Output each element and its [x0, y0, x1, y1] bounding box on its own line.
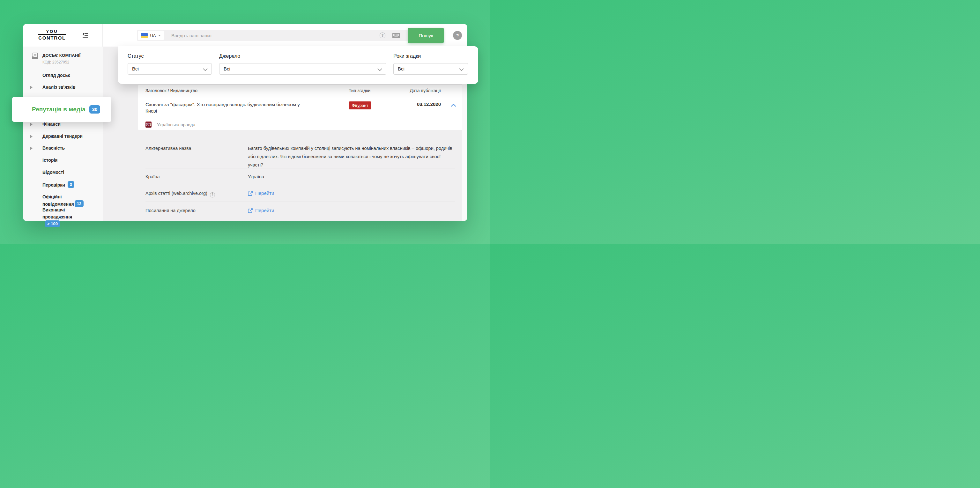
sidebar-item-history[interactable]: Історія: [23, 157, 103, 163]
logo-text-control: CONTROL: [38, 35, 65, 40]
ukraine-flag-icon: [141, 33, 148, 38]
sidebar-item-state-tenders[interactable]: Державні тендери: [23, 133, 103, 139]
youcontrol-logo: YOU CONTROL: [38, 29, 66, 41]
detail-value: Україна: [248, 173, 455, 185]
app-window: YOU CONTROL: [23, 24, 467, 221]
count-badge: > 100: [45, 220, 60, 227]
detail-label: Країна: [145, 173, 248, 185]
article-details: Альтернативна назва Багато будівельних к…: [138, 130, 463, 221]
sidebar-item-relations-analysis[interactable]: Аналіз зв'язків: [23, 84, 103, 90]
dossier-code: КОД: 23527052: [43, 60, 103, 65]
mention-years-filter-select[interactable]: Всі: [393, 63, 468, 75]
publisher-row: УП Українська правда: [145, 121, 456, 127]
external-link-icon-label: Перейти: [255, 189, 274, 197]
search-button[interactable]: Пошук: [408, 28, 444, 43]
external-link-icon-label: Перейти: [255, 207, 274, 215]
sidebar-item-company-dossier[interactable]: ДОСЬЄ КОМПАНІЇ КОД: 23527052: [23, 53, 103, 65]
triangle-right-icon: [30, 147, 33, 150]
help-tooltip-icon[interactable]: ?: [210, 192, 215, 197]
sidebar-item-overview[interactable]: Огляд досьє: [23, 72, 103, 78]
sidebar-item-information[interactable]: Відомості: [23, 169, 103, 175]
language-selector[interactable]: UA: [138, 31, 164, 40]
search-area: UA ?: [137, 30, 444, 41]
detail-label: Посилання на джерело: [145, 207, 248, 221]
mentions-table-card: Заголовок / Видавництво Тип згадки Дата …: [138, 85, 463, 130]
count-badge: 3: [68, 181, 74, 188]
mention-type-badge: Фігурант: [349, 102, 371, 110]
sidebar: YOU CONTROL: [23, 24, 103, 221]
detail-row-source-link: Посилання на джерело Перейти: [145, 202, 455, 221]
publisher-logo: УП: [145, 121, 151, 127]
sidebar-header: YOU CONTROL: [23, 24, 103, 46]
article-title[interactable]: Сховані за "фасадом". Хто насправді воло…: [145, 102, 305, 114]
sidebar-item-official-notices[interactable]: Офіційні повідомлення12: [23, 193, 103, 208]
chevron-down-icon: [459, 67, 464, 73]
chevron-up-icon[interactable]: [451, 102, 456, 114]
source-filter-select[interactable]: Всі: [219, 63, 386, 75]
dossier-label: ДОСЬЄ КОМПАНІЇ: [43, 53, 103, 58]
publisher-name: Українська правда: [157, 122, 195, 127]
column-header-title-publisher: Заголовок / Видавництво: [145, 88, 349, 93]
status-filter-select[interactable]: Всі: [127, 63, 212, 75]
column-header-mention-type: Тип згадки: [349, 88, 406, 93]
sidebar-item-inspections[interactable]: Перевірки3: [23, 181, 103, 188]
topbar: UA ?: [103, 24, 467, 46]
search-bar: UA ?: [137, 30, 408, 41]
virtual-keyboard-icon[interactable]: [392, 33, 400, 38]
chevron-down-icon: [203, 67, 208, 73]
dossier-icon: [31, 52, 39, 61]
chevron-down-icon: [377, 67, 382, 73]
detail-value: Багато будівельних компаній у столиці за…: [248, 144, 455, 168]
archive-go-link[interactable]: Перейти: [248, 189, 274, 197]
sidebar-item-enforcement-proceedings[interactable]: Виконавчі провадження> 100: [23, 207, 103, 228]
language-code: UA: [150, 33, 156, 38]
sidebar-item-media-reputation[interactable]: Репутація в медіа 30: [12, 97, 111, 122]
sidebar-item-finances[interactable]: Фінанси: [23, 121, 103, 127]
filter-label-mention-years: Роки згадки: [393, 53, 468, 59]
filter-label-status: Статус: [127, 53, 212, 59]
collapse-sidebar-icon[interactable]: [82, 33, 88, 38]
detail-row-country: Країна Україна: [145, 168, 455, 185]
detail-row-archive: Архів статті (web.archive.org)? Перейти: [145, 185, 455, 202]
detail-label: Архів статті (web.archive.org)?: [145, 189, 248, 202]
column-header-publish-date: Дата публікації: [406, 88, 441, 93]
triangle-right-icon: [30, 123, 33, 126]
filter-panel: Статус Всі Джерело Всі Роки згадки Всі: [118, 46, 478, 84]
triangle-right-icon: [30, 135, 33, 138]
detail-label: Альтернативна назва: [145, 144, 248, 168]
triangle-right-icon: [30, 86, 33, 89]
count-badge: 30: [89, 105, 100, 114]
publish-date: 03.12.2020: [417, 100, 441, 107]
source-go-link[interactable]: Перейти: [248, 207, 274, 215]
search-input[interactable]: [164, 33, 380, 38]
search-help-icon[interactable]: ?: [380, 33, 385, 38]
help-button[interactable]: ?: [453, 31, 462, 40]
count-badge: 12: [75, 200, 84, 207]
sidebar-item-ownership[interactable]: Власність: [23, 145, 103, 151]
detail-row-alternative-name: Альтернативна назва Багато будівельних к…: [145, 130, 455, 168]
table-row[interactable]: Сховані за "фасадом". Хто насправді воло…: [145, 96, 456, 114]
table-header-row: Заголовок / Видавництво Тип згадки Дата …: [145, 85, 456, 96]
filter-label-source: Джерело: [219, 53, 386, 59]
logo-text-you: YOU: [38, 29, 66, 34]
chevron-down-icon: [158, 35, 161, 37]
